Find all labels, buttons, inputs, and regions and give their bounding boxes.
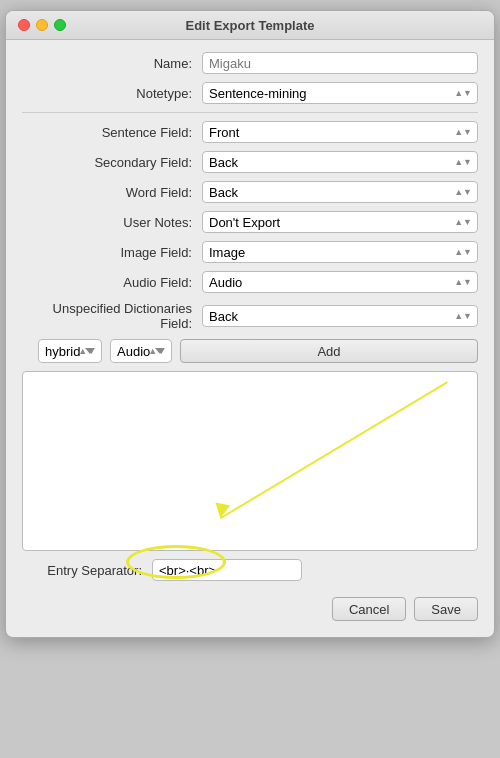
sentence-field-label: Sentence Field: bbox=[22, 125, 202, 140]
unspecified-dicts-label: Unspecified Dictionaries Field: bbox=[22, 301, 202, 331]
name-label: Name: bbox=[22, 56, 202, 71]
divider-1 bbox=[22, 112, 478, 113]
annotation-arrow bbox=[23, 372, 477, 550]
secondary-field-label: Secondary Field: bbox=[22, 155, 202, 170]
title-bar: Edit Export Template bbox=[6, 11, 494, 40]
maximize-button[interactable] bbox=[54, 19, 66, 31]
add-row: hybrid ▲▼ Audio ▲▼ Add bbox=[22, 339, 478, 363]
separator-container: Entry Separator: bbox=[22, 559, 478, 581]
audio-field-row: Audio Field: Audio ▲▼ bbox=[22, 271, 478, 293]
main-window: Edit Export Template Name: Notetype: Sen… bbox=[5, 10, 495, 638]
word-field-select-wrap: Back ▲▼ bbox=[202, 181, 478, 203]
separator-row: Entry Separator: bbox=[22, 559, 478, 581]
name-row: Name: bbox=[22, 52, 478, 74]
add-button[interactable]: Add bbox=[180, 339, 478, 363]
word-field-label: Word Field: bbox=[22, 185, 202, 200]
audio-field-select-wrap: Audio ▲▼ bbox=[202, 271, 478, 293]
close-button[interactable] bbox=[18, 19, 30, 31]
word-field-select[interactable]: Back bbox=[202, 181, 478, 203]
notetype-select[interactable]: Sentence-mining bbox=[202, 82, 478, 104]
secondary-field-select-wrap: Back ▲▼ bbox=[202, 151, 478, 173]
form-content: Name: Notetype: Sentence-mining ▲▼ Sente… bbox=[6, 40, 494, 637]
svg-marker-1 bbox=[215, 502, 230, 518]
circle-annotation bbox=[126, 545, 226, 579]
user-notes-select-wrap: Don't Export ▲▼ bbox=[202, 211, 478, 233]
sentence-field-row: Sentence Field: Front ▲▼ bbox=[22, 121, 478, 143]
user-notes-select[interactable]: Don't Export bbox=[202, 211, 478, 233]
cancel-button[interactable]: Cancel bbox=[332, 597, 406, 621]
secondary-field-select[interactable]: Back bbox=[202, 151, 478, 173]
audio-field-label: Audio Field: bbox=[22, 275, 202, 290]
user-notes-row: User Notes: Don't Export ▲▼ bbox=[22, 211, 478, 233]
save-button[interactable]: Save bbox=[414, 597, 478, 621]
unspecified-dicts-row: Unspecified Dictionaries Field: Back ▲▼ bbox=[22, 301, 478, 331]
sentence-field-select-wrap: Front ▲▼ bbox=[202, 121, 478, 143]
svg-line-0 bbox=[220, 382, 447, 518]
audio-select-wrap: Audio ▲▼ bbox=[110, 339, 172, 363]
image-field-select[interactable]: Image bbox=[202, 241, 478, 263]
word-field-row: Word Field: Back ▲▼ bbox=[22, 181, 478, 203]
sentence-field-select[interactable]: Front bbox=[202, 121, 478, 143]
unspecified-dicts-select[interactable]: Back bbox=[202, 305, 478, 327]
image-field-row: Image Field: Image ▲▼ bbox=[22, 241, 478, 263]
hybrid-select[interactable]: hybrid bbox=[38, 339, 102, 363]
image-field-select-wrap: Image ▲▼ bbox=[202, 241, 478, 263]
window-title: Edit Export Template bbox=[185, 18, 314, 33]
notetype-select-wrap: Sentence-mining ▲▼ bbox=[202, 82, 478, 104]
audio-select[interactable]: Audio bbox=[110, 339, 172, 363]
unspecified-dicts-select-wrap: Back ▲▼ bbox=[202, 305, 478, 327]
secondary-field-row: Secondary Field: Back ▲▼ bbox=[22, 151, 478, 173]
name-input[interactable] bbox=[202, 52, 478, 74]
image-field-label: Image Field: bbox=[22, 245, 202, 260]
hybrid-select-wrap: hybrid ▲▼ bbox=[38, 339, 102, 363]
audio-field-select[interactable]: Audio bbox=[202, 271, 478, 293]
notetype-label: Notetype: bbox=[22, 86, 202, 101]
notetype-row: Notetype: Sentence-mining ▲▼ bbox=[22, 82, 478, 104]
traffic-lights bbox=[18, 19, 66, 31]
user-notes-label: User Notes: bbox=[22, 215, 202, 230]
text-area-box bbox=[22, 371, 478, 551]
text-area-container bbox=[22, 371, 478, 551]
bottom-buttons: Cancel Save bbox=[22, 589, 478, 625]
minimize-button[interactable] bbox=[36, 19, 48, 31]
